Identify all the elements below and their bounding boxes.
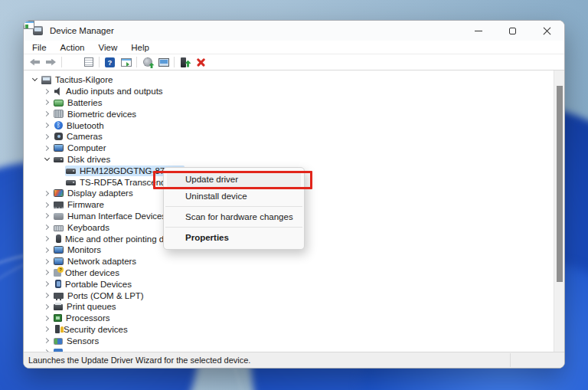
- tree-row[interactable]: Processors: [24, 313, 554, 324]
- expander-collapsed-icon[interactable]: [41, 135, 53, 139]
- expander-collapsed-icon[interactable]: [41, 100, 53, 104]
- maximize-button[interactable]: [495, 21, 530, 41]
- expander-collapsed-icon[interactable]: [41, 327, 53, 331]
- expander-collapsed-icon[interactable]: [41, 282, 53, 286]
- expander-expanded-icon[interactable]: [28, 77, 41, 83]
- minimize-button[interactable]: [461, 21, 495, 41]
- expander-collapsed-icon[interactable]: [41, 248, 53, 252]
- tree-row-content[interactable]: ᛒBluetooth: [53, 120, 107, 131]
- tree-row[interactable]: Biometric devices: [24, 108, 554, 120]
- forward-icon[interactable]: [43, 55, 59, 69]
- menu-file[interactable]: File: [25, 41, 54, 54]
- expander-collapsed-icon[interactable]: [41, 270, 53, 274]
- tree-row[interactable]: Security devices: [24, 324, 554, 336]
- properties-icon[interactable]: [80, 55, 96, 69]
- toolbar: ?: [24, 54, 564, 70]
- tree-row[interactable]: Ports (COM & LPT): [24, 290, 554, 301]
- chevron-glyph: [43, 293, 48, 298]
- expander-collapsed-icon[interactable]: [41, 112, 53, 116]
- expander-collapsed-icon[interactable]: [41, 123, 53, 127]
- tree-row-content[interactable]: Biometric devices: [53, 109, 139, 120]
- tree-row-content[interactable]: Print queues: [53, 301, 119, 312]
- vertical-scrollbar[interactable]: [554, 70, 564, 352]
- tree-row-content[interactable]: Other devices: [53, 267, 122, 278]
- expander-collapsed-icon[interactable]: [41, 316, 53, 320]
- tree-row[interactable]: Cameras: [24, 131, 554, 143]
- show-console-tree-icon[interactable]: [64, 55, 80, 69]
- back-icon[interactable]: [27, 55, 43, 69]
- chevron-glyph: [43, 316, 48, 321]
- tree-row-content[interactable]: Audio inputs and outputs: [53, 86, 166, 97]
- network-adapter-icon: [54, 257, 64, 265]
- tree-row-content[interactable]: Display adapters: [53, 188, 136, 198]
- expander-collapsed-icon[interactable]: [41, 90, 53, 93]
- tree-row-content[interactable]: Security devices: [53, 324, 131, 335]
- tree-row[interactable]: ᛒBluetooth: [24, 120, 554, 131]
- expander-collapsed-icon[interactable]: [41, 214, 53, 218]
- close-icon: [543, 27, 551, 35]
- tree-row-content[interactable]: Keyboards: [53, 222, 113, 233]
- expander-collapsed-icon[interactable]: [41, 339, 53, 342]
- tree-row[interactable]: Portable Devices: [24, 278, 554, 290]
- toolbar-separator: [174, 57, 175, 67]
- tree-row-content[interactable]: Network adapters: [53, 256, 139, 267]
- tree-row[interactable]: Other devices: [24, 267, 554, 279]
- computer-root-icon: [41, 76, 51, 84]
- tree-row[interactable]: Network adapters: [24, 256, 554, 267]
- remote-computer-icon[interactable]: [155, 55, 172, 69]
- scrollbar-thumb[interactable]: [557, 86, 563, 282]
- tree-row[interactable]: [24, 346, 554, 352]
- expander-collapsed-icon[interactable]: [41, 305, 53, 309]
- expander-collapsed-icon[interactable]: [41, 146, 53, 150]
- tree-row-content[interactable]: Firmware: [53, 199, 107, 210]
- sensor-icon: [54, 338, 63, 345]
- expander-collapsed-icon[interactable]: [41, 260, 53, 264]
- uninstall-device-icon[interactable]: [193, 55, 209, 69]
- scan-hardware-changes-icon[interactable]: [139, 55, 155, 69]
- software-component-icon: [54, 349, 63, 352]
- tree-row-content[interactable]: Ports (COM & LPT): [53, 290, 147, 301]
- context-menu-item-uninstall-device[interactable]: Uninstall device: [167, 188, 301, 205]
- tree-row[interactable]: Audio inputs and outputs: [24, 86, 554, 97]
- menu-action[interactable]: Action: [54, 41, 92, 54]
- tree-row-label: Computer: [67, 143, 106, 152]
- tree-row-content[interactable]: Cameras: [53, 131, 106, 142]
- expander-expanded-icon[interactable]: [41, 156, 53, 162]
- tree-row[interactable]: Tacitus-Kilgore: [24, 74, 554, 86]
- context-menu-item-scan-for-hardware-changes[interactable]: Scan for hardware changes: [167, 208, 301, 225]
- tree-row[interactable]: Print queues: [24, 301, 554, 313]
- tree-row-content[interactable]: Batteries: [53, 97, 105, 108]
- expander-collapsed-icon[interactable]: [41, 225, 53, 229]
- chevron-glyph: [43, 304, 48, 310]
- context-menu-item-properties[interactable]: Properties: [167, 229, 301, 246]
- chevron-glyph: [43, 213, 48, 218]
- title-bar[interactable]: Device Manager: [24, 21, 564, 41]
- tree-row-content[interactable]: Tacitus-Kilgore: [41, 74, 116, 85]
- tree-row[interactable]: Computer: [24, 143, 554, 154]
- expander-collapsed-icon[interactable]: [41, 350, 53, 352]
- tree-row[interactable]: Disk drives: [24, 154, 554, 166]
- help-icon[interactable]: ?: [102, 55, 118, 69]
- chevron-glyph: [43, 326, 48, 332]
- expander-collapsed-icon[interactable]: [41, 293, 53, 297]
- tree-row-content[interactable]: Monitors: [53, 244, 104, 255]
- tree-row-content[interactable]: Human Interface Devices: [53, 211, 169, 221]
- tree-row-content[interactable]: Sensors: [53, 336, 102, 346]
- action-pane-icon[interactable]: [118, 55, 134, 69]
- expander-collapsed-icon[interactable]: [41, 203, 53, 207]
- tree-row[interactable]: Sensors: [24, 335, 554, 346]
- tree-row-content[interactable]: Disk drives: [53, 154, 113, 165]
- camera-icon: [54, 133, 63, 140]
- tree-row[interactable]: Batteries: [24, 97, 554, 109]
- security-device-icon: [55, 325, 60, 333]
- menu-view[interactable]: View: [92, 41, 125, 54]
- tree-row-content[interactable]: Computer: [53, 143, 109, 153]
- tree-row-content[interactable]: Portable Devices: [53, 279, 135, 290]
- update-driver-icon[interactable]: [177, 55, 193, 69]
- menu-help[interactable]: Help: [124, 41, 156, 54]
- tree-row-content[interactable]: [53, 348, 70, 352]
- expander-collapsed-icon[interactable]: [41, 237, 53, 241]
- tree-row-content[interactable]: Processors: [53, 313, 113, 323]
- expander-collapsed-icon[interactable]: [41, 192, 53, 195]
- close-button[interactable]: [530, 21, 564, 41]
